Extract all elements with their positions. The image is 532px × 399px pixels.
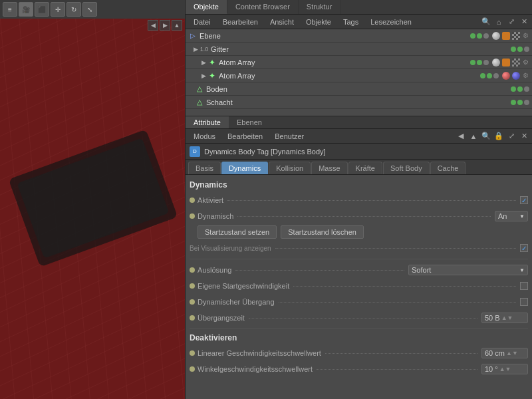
obj-row-atom1[interactable]: ▶ ✦ Atom Array ⚙ <box>186 56 532 69</box>
prop-ausloesung: Auslösung Sofort ▼ <box>190 263 528 277</box>
search-icon[interactable]: 🔍 <box>481 17 491 27</box>
deaktivieren-title: Deaktivieren <box>190 333 528 342</box>
linearer-stepper[interactable]: ▲▼ <box>506 350 518 356</box>
obj-vis-dot-s[interactable] <box>511 100 516 105</box>
obj-extra-dot[interactable] <box>483 33 489 39</box>
menu-objekte[interactable]: Objekte <box>301 17 336 27</box>
obj-row-boden[interactable]: △ Boden <box>186 82 532 96</box>
obj-render-dot-b[interactable] <box>517 86 523 92</box>
eigene-checkbox[interactable] <box>520 282 528 290</box>
obj-render-dot-a1[interactable] <box>477 60 482 65</box>
obj-name-boden: Boden <box>206 85 511 93</box>
btn-startzustand-loeschen[interactable]: Startzustand löschen <box>281 225 364 239</box>
nav-arrow-right[interactable]: ▶ <box>160 20 170 31</box>
vp-render-btn[interactable]: ⬛ <box>35 2 49 17</box>
attr-search-icon[interactable]: 🔍 <box>481 131 491 142</box>
attr-menu-bar: Modus Bearbeiten Benutzer ◀ ▲ 🔍 🔒 ⤢ ✕ <box>186 129 532 144</box>
attr-expand-icon[interactable]: ⤢ <box>506 131 517 142</box>
uebergang-checkbox[interactable] <box>520 298 528 306</box>
tab-struktur[interactable]: Struktur <box>299 0 341 14</box>
ausloesung-bullet <box>190 267 195 273</box>
menu-tags[interactable]: Tags <box>338 17 364 27</box>
expand-icon[interactable]: ⤢ <box>506 17 517 27</box>
obj-render-dot-g[interactable] <box>517 47 523 52</box>
linearer-value: 60 cm <box>485 349 505 357</box>
tab-content-browser[interactable]: Content Browser <box>227 0 299 14</box>
sub-tab-kraefte[interactable]: Kräfte <box>348 162 382 174</box>
menu-ansicht[interactable]: Ansicht <box>265 17 299 27</box>
obj-render-dot-s[interactable] <box>517 100 523 105</box>
divider2 <box>190 329 528 329</box>
linearer-label: Linearer Geschwindigkeitsschwellwert <box>198 349 321 357</box>
vp-menu-btn[interactable]: ≡ <box>3 2 17 17</box>
close-icon[interactable]: ✕ <box>519 17 529 27</box>
sub-tab-masse[interactable]: Masse <box>311 162 347 174</box>
menu-datei[interactable]: Datei <box>188 17 216 27</box>
winkel-bullet <box>190 366 195 372</box>
winkel-label: Winkelgeschwindigkeitsschwellwert <box>198 365 313 373</box>
aktiviert-checkbox[interactable] <box>520 196 528 204</box>
obj-icon-atom1: ✦ <box>207 58 217 67</box>
obj-expand-atom2[interactable]: ▶ <box>201 72 206 79</box>
prop-eigene-start: Eigene Startgeschwindigkeit <box>190 279 528 293</box>
ausloesung-value: Sofort <box>412 266 431 274</box>
winkel-input[interactable]: 10 ° ▲▼ <box>481 364 528 374</box>
nav-arrow-left[interactable]: ◀ <box>148 20 158 31</box>
attr-menu-bearbeiten[interactable]: Bearbeiten <box>222 131 268 142</box>
obj-vis-dot-g[interactable] <box>511 47 516 52</box>
vp-move-btn[interactable]: ✛ <box>51 2 65 17</box>
attr-tab-ebenen[interactable]: Ebenen <box>229 116 270 128</box>
obj-row-gitter[interactable]: ▶ 1.0 Gitter <box>186 43 532 56</box>
vp-rotate-btn[interactable]: ↻ <box>66 2 81 17</box>
obj-expand-atom1[interactable]: ▶ <box>201 59 206 66</box>
uzeit-stepper[interactable]: ▲▼ <box>501 315 513 321</box>
sub-tab-kollision[interactable]: Kollision <box>269 162 311 174</box>
obj-vis-dot-b[interactable] <box>511 86 516 92</box>
obj-extra-dot-b[interactable] <box>524 86 529 92</box>
tag-orange-a1 <box>502 59 510 66</box>
tag-sphere-1 <box>492 32 500 40</box>
obj-extra-dot-s[interactable] <box>524 100 529 105</box>
obj-extra-dot-a2[interactable] <box>493 73 499 78</box>
obj-row-ebene[interactable]: ▷ Ebene ⚙ <box>186 29 532 43</box>
attr-menu-benutzer[interactable]: Benutzer <box>269 131 309 142</box>
tab-objekte[interactable]: Objekte <box>186 0 227 14</box>
ausloesung-dropdown[interactable]: Sofort ▼ <box>408 265 528 275</box>
linearer-input[interactable]: 60 cm ▲▼ <box>481 348 528 358</box>
obj-expand-gitter[interactable]: ▶ <box>194 46 198 53</box>
sub-tab-cache[interactable]: Cache <box>430 162 466 174</box>
winkel-stepper[interactable]: ▲▼ <box>499 366 511 372</box>
vp-scale-btn[interactable]: ⤡ <box>82 2 97 17</box>
ausloesung-label: Auslösung <box>198 266 231 274</box>
obj-vis-dot-a1[interactable] <box>470 60 475 65</box>
obj-render-dot-a2[interactable] <box>487 73 492 78</box>
home-icon[interactable]: ⌂ <box>493 17 504 27</box>
obj-vis-dot-a2[interactable] <box>480 73 485 78</box>
sub-tab-basis[interactable]: Basis <box>188 162 221 174</box>
obj-row-schacht[interactable]: △ Schacht <box>186 96 532 109</box>
obj-row-atom2[interactable]: ▶ ✦ Atom Array ⚙ <box>186 69 532 82</box>
menu-lesezeichen[interactable]: Lesezeichen <box>365 17 417 27</box>
vp-camera-btn[interactable]: 🎥 <box>19 2 33 17</box>
sub-tab-softbody[interactable]: Soft Body <box>383 162 430 174</box>
viewport-nav: ◀ ▶ ▲ <box>148 20 182 31</box>
attr-arrow-left-icon[interactable]: ◀ <box>456 131 466 142</box>
attr-tab-attribute[interactable]: Attribute <box>186 116 229 128</box>
attr-lock-icon[interactable]: 🔒 <box>493 131 504 142</box>
dynamisch-dropdown[interactable]: An ▼ <box>495 211 528 221</box>
uzeit-input[interactable]: 50 B ▲▼ <box>481 313 528 323</box>
obj-extra-dot-g[interactable] <box>524 47 529 52</box>
attr-menu-modus[interactable]: Modus <box>188 131 221 142</box>
obj-vis-dot[interactable] <box>470 33 475 39</box>
btn-startzustand-setzen[interactable]: Startzustand setzen <box>198 225 277 239</box>
vis-checkbox[interactable] <box>520 244 528 252</box>
attr-arrow-up-icon[interactable]: ▲ <box>468 131 479 142</box>
menu-bearbeiten[interactable]: Bearbeiten <box>217 17 263 27</box>
dynamisch-arrow: ▼ <box>519 213 525 219</box>
attr-close-icon[interactable]: ✕ <box>519 131 529 142</box>
obj-render-dot[interactable] <box>477 33 482 39</box>
uebergang-bullet <box>190 299 195 305</box>
obj-extra-dot-a1[interactable] <box>483 60 489 65</box>
sub-tab-dynamics[interactable]: Dynamics <box>221 162 268 174</box>
nav-arrow-up[interactable]: ▲ <box>172 20 182 31</box>
